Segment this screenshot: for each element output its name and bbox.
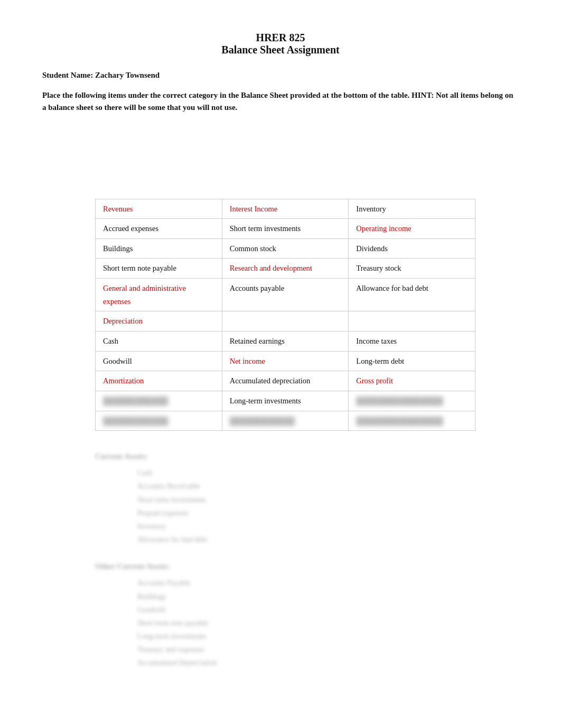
table-cell: Goodwill <box>96 351 222 371</box>
table-cell: Operating income <box>349 219 475 239</box>
table-cell: ████████████████ <box>349 391 475 411</box>
table-cell: Research and development <box>222 259 349 279</box>
list-item: Prepaid expenses <box>137 506 519 520</box>
table-cell: Buildings <box>96 238 222 259</box>
table-cell: Income taxes <box>349 331 475 351</box>
table-cell: Dividends <box>349 238 475 259</box>
student-name: Student Name: Zachary Townsend <box>42 71 519 80</box>
page-title-line1: HRER 825 <box>42 32 519 44</box>
table-cell: Depreciation <box>96 311 222 331</box>
list-item: Short term investments <box>137 493 519 506</box>
table-cell: Long-term debt <box>349 351 475 371</box>
list-item: Accounts Payable <box>137 576 519 589</box>
list-item: Cash <box>137 466 519 480</box>
table-cell <box>349 311 475 331</box>
table-cell: ████████████ <box>96 391 222 411</box>
list-item: Allowance for bad debt <box>137 533 519 546</box>
table-cell: ████████████ <box>222 411 349 431</box>
table-cell: ████████████ <box>96 411 222 431</box>
other-assets-list: Accounts Payable Buildings Goodwill Shor… <box>137 576 519 669</box>
list-item: Accumulated Depreciation <box>137 656 519 669</box>
page-title-line2: Balance Sheet Assignment <box>42 44 519 56</box>
list-item: Goodwill <box>137 603 519 616</box>
items-table: RevenuesInterest IncomeInventoryAccrued … <box>95 199 475 431</box>
table-cell: Retained earnings <box>222 331 349 351</box>
list-item: Buildings <box>137 590 519 603</box>
table-cell: Interest Income <box>222 199 349 219</box>
table-cell: Allowance for bad debt <box>349 279 475 311</box>
table-cell: Common stock <box>222 238 349 259</box>
table-cell: Net income <box>222 351 349 371</box>
table-cell: Gross profit <box>349 371 475 391</box>
table-cell: Accumulated depreciation <box>222 371 349 391</box>
table-cell: Revenues <box>96 199 222 219</box>
current-assets-list: Cash Accounts Receivable Short term inve… <box>137 466 519 546</box>
table-cell: Accrued expenses <box>96 219 222 239</box>
list-item: Long-term investments <box>137 630 519 643</box>
page-header: HRER 825 Balance Sheet Assignment <box>42 32 519 56</box>
table-cell: Inventory <box>349 199 475 219</box>
table-cell: Treasury stock <box>349 259 475 279</box>
current-assets-label: Current Assets: <box>95 452 519 461</box>
table-cell: Cash <box>96 331 222 351</box>
table-cell <box>222 311 349 331</box>
list-item: Inventory <box>137 520 519 533</box>
table-cell: Short term investments <box>222 219 349 239</box>
table-cell: Long-term investments <box>222 391 349 411</box>
table-cell: Amortization <box>96 371 222 391</box>
table-cell: Short term note payable <box>96 259 222 279</box>
other-assets-label: Other Current Assets: <box>95 562 519 571</box>
table-cell: Accounts payable <box>222 279 349 311</box>
table-cell: ████████████████ <box>349 411 475 431</box>
list-item: Accounts Receivable <box>137 480 519 493</box>
list-item: Treasury and expenses <box>137 643 519 656</box>
instructions: Place the following items under the corr… <box>42 89 519 114</box>
table-cell: General and administrative expenses <box>96 279 222 311</box>
list-item: Short term note payable <box>137 616 519 630</box>
